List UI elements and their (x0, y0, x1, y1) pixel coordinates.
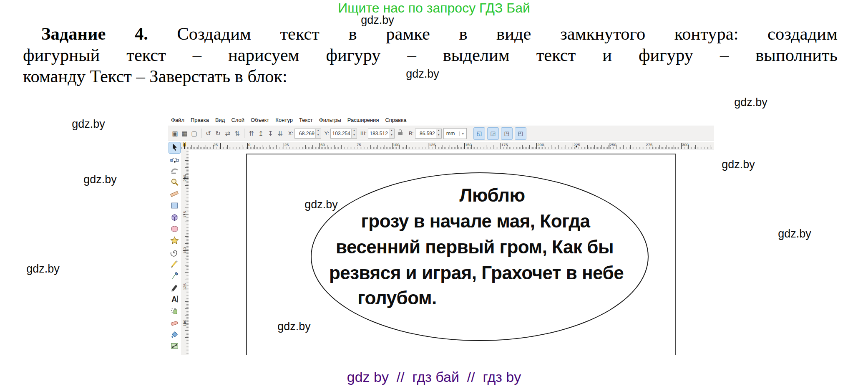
bucket-tool[interactable] (169, 329, 181, 341)
select-all-button[interactable]: ▣ (170, 128, 180, 139)
eraser-tool[interactable] (169, 317, 181, 329)
raise-button[interactable]: ↥ (256, 128, 266, 139)
select-all-layers-button[interactable]: ▦ (180, 128, 189, 139)
h-field: В:86.592▲▼ (409, 129, 442, 139)
scale-stroke-toggle[interactable]: ◱ (473, 127, 485, 140)
lower-button[interactable]: ↧ (266, 128, 275, 139)
flip-horizontal-button[interactable]: ⇄ (223, 128, 232, 139)
watermark: gdz.by (778, 227, 811, 240)
calligraphy-tool-icon (170, 283, 179, 293)
h-spin-down-icon[interactable]: ▼ (436, 134, 441, 138)
text-tool-icon: A (170, 295, 179, 305)
raise-to-top-button[interactable]: ⇈ (247, 128, 256, 139)
hruler-label: 175 (501, 142, 508, 147)
rotate-cw-button[interactable]: ↻ (213, 128, 223, 139)
text-tool[interactable]: A (169, 294, 181, 306)
x-spinner[interactable]: ▲▼ (315, 129, 321, 138)
rectangle-tool[interactable] (169, 200, 181, 212)
x-input[interactable]: 68.269▲▼ (294, 129, 321, 139)
task-line-1-text: Создадим текст в рамке в виде замкнутого… (177, 24, 838, 43)
box3d-tool[interactable] (169, 212, 181, 224)
unit-value: mm (446, 131, 455, 136)
hruler-label: 275 (646, 142, 652, 147)
watermark: gdz.by (361, 14, 394, 27)
toolbar-separator (201, 129, 201, 138)
menu-item-text[interactable]: Текст (299, 117, 313, 123)
tweak-tool-icon (170, 166, 179, 176)
scale-corners-toggle[interactable]: ◲ (487, 127, 499, 140)
watermark: gdz.by (722, 158, 755, 171)
star-tool[interactable] (169, 235, 181, 247)
x-spin-down-icon[interactable]: ▼ (316, 134, 321, 138)
gradient-tool[interactable] (169, 341, 181, 352)
w-spin-up-icon[interactable]: ▲ (389, 129, 394, 134)
zoom-tool[interactable] (169, 177, 181, 189)
hruler-label: 50 (320, 142, 325, 147)
unit-select[interactable]: mm▾ (443, 128, 467, 139)
menu-item-help[interactable]: Справка (385, 117, 406, 123)
menu-item-layer[interactable]: Слой (231, 117, 244, 123)
vruler-label: 125 (182, 283, 187, 290)
spiral-tool[interactable] (169, 247, 181, 259)
x-spin-up-icon[interactable]: ▲ (316, 129, 321, 134)
w-spinner[interactable]: ▲▼ (389, 129, 394, 138)
y-input[interactable]: 103.254▲▼ (330, 129, 357, 139)
w-input[interactable]: 183.512▲▼ (368, 129, 395, 139)
w-spin-down-icon[interactable]: ▼ (389, 134, 394, 138)
inkscape-window: ФайлПравкаВидСлойОбъектКонтурТекстФильтр… (168, 114, 714, 355)
pen-tool[interactable] (169, 270, 181, 282)
h-value: 86.592 (415, 129, 436, 138)
h-input[interactable]: 86.592▲▼ (415, 129, 442, 139)
node-tool[interactable] (169, 154, 181, 165)
star-tool-icon (170, 236, 179, 246)
y-spinner[interactable]: ▲▼ (351, 129, 357, 138)
hruler-label: 25 (284, 142, 289, 147)
menu-item-file[interactable]: Файл (171, 117, 184, 123)
menu-item-extensions[interactable]: Расширения (347, 117, 379, 123)
promo-banner: Ищите нас по запросу ГДЗ Бай (0, 0, 868, 16)
scale-patterns-toggle[interactable]: ◰ (515, 127, 526, 140)
task-line-1: Задание 4. Создадим текст в рамке в виде… (23, 23, 838, 44)
selector-tool[interactable] (169, 142, 181, 154)
ellipse-text-line: резвяся и играя, Грахочет в небе (329, 263, 624, 283)
measure-tool[interactable] (169, 189, 181, 200)
chevron-down-icon: ▾ (459, 131, 466, 136)
hruler-label: 300 (682, 142, 689, 147)
scale-gradients-toggle[interactable]: ◳ (501, 127, 513, 140)
menu-item-edit[interactable]: Правка (191, 117, 209, 123)
menu-item-object[interactable]: Объект (251, 117, 269, 123)
tweak-tool[interactable] (169, 165, 181, 177)
vruler-label: 200 (182, 175, 187, 182)
vertical-ruler[interactable]: 200175150125100 (181, 149, 189, 355)
watermark: gdz.by (26, 263, 60, 275)
menu-item-view[interactable]: Вид (215, 117, 225, 123)
pencil-tool[interactable] (169, 259, 181, 270)
hruler-label: 75 (357, 142, 361, 147)
ellipse-text-line: Люблю (460, 185, 525, 206)
gradient-tool-icon (170, 341, 179, 351)
spray-tool[interactable] (169, 306, 181, 317)
hruler-label: 150 (465, 142, 472, 147)
vruler-label: 150 (182, 247, 187, 254)
h-spinner[interactable]: ▲▼ (436, 129, 441, 138)
h-spin-up-icon[interactable]: ▲ (436, 129, 441, 134)
watermark: gdz.by (72, 118, 105, 131)
deselect-button[interactable]: ▢ (189, 128, 199, 139)
spiral-tool-icon (170, 248, 179, 258)
rotate-ccw-button[interactable]: ↺ (204, 128, 213, 139)
y-field: Y:103.254▲▼ (325, 129, 357, 139)
lower-to-bottom-button[interactable]: ⇊ (275, 128, 285, 139)
menu-item-filters[interactable]: Фильтры (319, 117, 341, 123)
x-label: X: (288, 131, 293, 136)
y-spin-down-icon[interactable]: ▼ (352, 134, 357, 138)
canvas[interactable]: Люблюгрозу в начале мая, Когдавесенний п… (189, 149, 714, 355)
ellipse-tool[interactable] (169, 224, 181, 235)
zoom-tool-icon (170, 178, 179, 188)
horizontal-ruler[interactable]: ▼ -250255075100125150175200225250275300 (181, 142, 714, 149)
flip-vertical-button[interactable]: ⇅ (232, 128, 242, 139)
menu-item-path[interactable]: Контур (275, 117, 293, 123)
calligraphy-tool[interactable] (169, 282, 181, 294)
y-spin-up-icon[interactable]: ▲ (352, 129, 357, 134)
aspect-lock-icon[interactable] (398, 132, 403, 135)
hruler-label: 125 (429, 142, 435, 147)
